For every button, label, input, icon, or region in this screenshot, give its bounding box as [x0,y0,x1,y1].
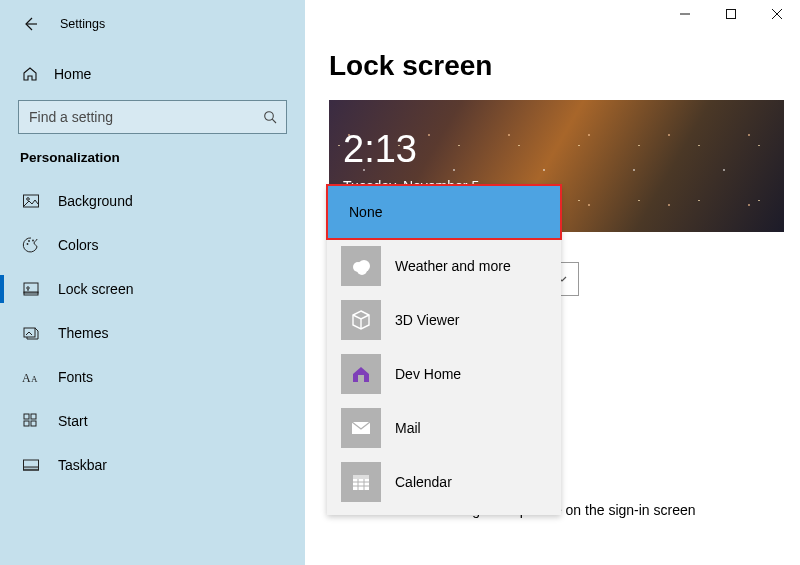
svg-rect-19 [24,414,29,419]
window-title: Settings [60,17,105,31]
popup-item-label: Calendar [395,474,452,490]
svg-point-9 [27,243,29,245]
svg-point-5 [265,112,274,121]
sidebar-item-lock-screen[interactable]: Lock screen [0,267,305,311]
picture-icon [22,192,40,210]
sidebar-item-label: Colors [58,237,98,253]
svg-point-11 [32,240,34,242]
svg-rect-21 [24,421,29,426]
sidebar-item-taskbar[interactable]: Taskbar [0,443,305,487]
sidebar-item-start[interactable]: Start [0,399,305,443]
sidebar-section-label: Personalization [0,146,305,179]
palette-icon [22,236,40,254]
mail-icon [341,408,381,448]
sidebar-item-home[interactable]: Home [0,56,305,92]
svg-rect-22 [31,421,36,426]
taskbar-icon [22,456,40,474]
weather-icon [341,246,381,286]
svg-rect-31 [353,475,369,479]
sidebar-item-label: Taskbar [58,457,107,473]
app-picker-popup: None Weather and more 3D Viewer Dev Home… [327,185,561,515]
sidebar-item-label: Background [58,193,133,209]
search-icon [263,110,277,124]
popup-item-calendar[interactable]: Calendar [327,455,561,509]
svg-point-27 [357,265,367,275]
svg-text:A: A [31,374,38,384]
sidebar-item-themes[interactable]: Themes [0,311,305,355]
sidebar-item-colors[interactable]: Colors [0,223,305,267]
cube-icon [341,300,381,340]
search-wrap [18,100,287,134]
svg-rect-20 [31,414,36,419]
fonts-icon: AA [22,368,40,386]
svg-rect-24 [24,467,39,470]
popup-item-label: Weather and more [395,258,511,274]
sidebar: Settings Home Personalization Background… [0,0,305,565]
sidebar-item-fonts[interactable]: AA Fonts [0,355,305,399]
svg-point-14 [27,287,29,289]
popup-item-weather[interactable]: Weather and more [327,239,561,293]
svg-line-6 [272,119,276,123]
popup-item-3d-viewer[interactable]: 3D Viewer [327,293,561,347]
page-title: Lock screen [329,50,776,82]
calendar-icon [341,462,381,502]
dev-home-icon [341,354,381,394]
back-button[interactable] [18,12,42,36]
home-icon [22,66,38,82]
popup-item-none[interactable]: None [327,185,561,239]
popup-item-label: Dev Home [395,366,461,382]
sidebar-item-label: Start [58,413,88,429]
search-input[interactable] [18,100,287,134]
sidebar-item-label: Themes [58,325,109,341]
popup-item-label: None [349,204,382,220]
themes-icon [22,324,40,342]
sidebar-item-label: Fonts [58,369,93,385]
popup-item-mail[interactable]: Mail [327,401,561,455]
sidebar-item-background[interactable]: Background [0,179,305,223]
popup-item-label: 3D Viewer [395,312,459,328]
sidebar-item-label: Home [54,66,91,82]
preview-time: 2:13 [343,128,417,171]
svg-text:A: A [22,371,31,385]
popup-item-dev-home[interactable]: Dev Home [327,347,561,401]
svg-rect-28 [358,375,364,382]
svg-point-10 [28,240,30,242]
start-icon [22,412,40,430]
lock-screen-icon [22,280,40,298]
sidebar-item-label: Lock screen [58,281,133,297]
popup-item-label: Mail [395,420,421,436]
svg-point-8 [27,198,30,201]
